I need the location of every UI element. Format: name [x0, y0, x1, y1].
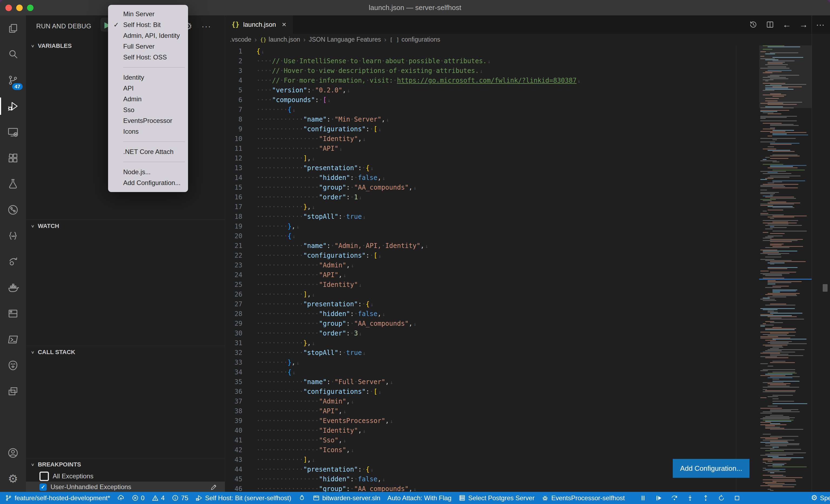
activity-item-live-share[interactable]	[0, 249, 26, 275]
menu-item-label: Full Server	[123, 43, 155, 50]
breakpoint-row[interactable]: ✓User-Unhandled Exceptions	[26, 481, 225, 492]
checkbox-checked[interactable]: ✓	[39, 483, 47, 491]
minimap[interactable]	[759, 45, 811, 492]
menu-item-min-server[interactable]: Min Server	[108, 9, 188, 20]
activity-item-powershell[interactable]	[0, 327, 26, 352]
code-area[interactable]: 1{↓2····//·Use·IntelliSense·to·learn·abo…	[225, 45, 759, 492]
breakpoint-label: All Exceptions	[53, 472, 94, 480]
editor-action-split-editor[interactable]	[765, 20, 775, 29]
minimize-window-button[interactable]	[16, 5, 23, 11]
activity-item-testing[interactable]	[0, 171, 26, 197]
menu-item-admin[interactable]: Admin	[108, 94, 188, 104]
chevron-down-icon: ∨	[31, 462, 35, 467]
status-auto-attach[interactable]: Auto Attach: With Flag	[387, 494, 451, 502]
line-number: 6	[225, 95, 242, 105]
status-branch[interactable]: feature/self-hosted-development*	[5, 494, 110, 502]
breakpoint-row[interactable]: All Exceptions	[26, 471, 225, 481]
line-number: 21	[225, 241, 242, 250]
activity-item-source-control[interactable]: 47	[0, 67, 26, 93]
zoom-window-button[interactable]	[27, 5, 33, 11]
menu-item-icons[interactable]: Icons	[108, 126, 188, 137]
menu-item-self-host-oss[interactable]: Self Host: OSS	[108, 52, 188, 63]
activity-item-copilot[interactable]	[0, 223, 26, 249]
activity-item-explorer[interactable]	[0, 15, 26, 41]
breadcrumb-item-launch-json[interactable]: {}launch.json	[260, 36, 300, 43]
tab-launch-json[interactable]: {} launch.json ×	[225, 15, 293, 34]
debug-restart-button[interactable]	[717, 494, 725, 502]
activity-item-remote-targets[interactable]	[0, 378, 26, 404]
section-header-breakpoints[interactable]: ∨BREAKPOINTS	[26, 458, 225, 471]
breadcrumb-item--vscode[interactable]: .vscode	[230, 36, 251, 43]
editor-action-timeline[interactable]	[748, 20, 758, 29]
code-line: 42················"Icons",↓	[225, 445, 759, 455]
code-line: 41················"Sso",↓	[225, 435, 759, 445]
scrollbar-handle[interactable]	[823, 284, 828, 292]
menu-item-api[interactable]: API	[108, 83, 188, 94]
minimap-slider[interactable]	[759, 45, 811, 108]
debug-stop-button[interactable]	[733, 494, 741, 502]
status-publish-changes[interactable]	[117, 494, 125, 502]
scm-changes-badge: 47	[12, 83, 23, 90]
activity-item-run-and-debug[interactable]	[0, 93, 26, 119]
activity-item-accounts[interactable]	[0, 440, 26, 466]
code-line: 31············},↓	[225, 338, 759, 348]
activity-item-gitlens[interactable]	[0, 197, 26, 223]
activity-item-remote-explorer[interactable]	[0, 119, 26, 145]
chevron-down-icon: ∨	[31, 224, 35, 228]
status-postgres-server[interactable]: Select Postgres Server	[458, 494, 535, 502]
line-number: 39	[225, 416, 242, 426]
status-hot-reload[interactable]	[298, 494, 306, 502]
menu-item-sso[interactable]: Sso	[108, 104, 188, 115]
debug-step-out-button[interactable]	[702, 494, 709, 502]
menu-item-full-server[interactable]: Full Server	[108, 41, 188, 52]
status-problems[interactable]: 0475	[132, 494, 188, 502]
add-configuration-button[interactable]: Add Configuration...	[673, 459, 749, 478]
activity-item-postgres[interactable]	[0, 352, 26, 378]
debug-pause-button[interactable]	[639, 494, 647, 502]
line-number: 42	[225, 445, 242, 455]
menu-item-self-host-bit[interactable]: ✓Self Host: Bit	[108, 20, 188, 30]
code-line: 24················"API",↓	[225, 270, 759, 280]
editor-action-go-forward[interactable]: →	[799, 20, 808, 29]
menu-item-net-core-attach[interactable]: .NET Core Attach	[108, 146, 188, 157]
section-header-call-stack[interactable]: ∨CALL STACK	[26, 346, 225, 359]
menu-item-eventsprocessor[interactable]: EventsProcessor	[108, 115, 188, 126]
activity-item-makefile-tools[interactable]	[0, 301, 26, 327]
activity-item-docker[interactable]	[0, 275, 26, 301]
code-line: 26············],↓	[225, 290, 759, 299]
menu-item-label: Admin, API, Identity	[123, 32, 180, 39]
postgres-icon	[7, 360, 19, 371]
menu-item-admin-api-identity[interactable]: Admin, API, Identity	[108, 30, 188, 41]
close-tab-icon[interactable]: ×	[282, 20, 286, 29]
checkbox-unchecked[interactable]	[39, 472, 49, 481]
line-number: 37	[225, 397, 242, 406]
editor-action-go-back[interactable]: ←	[782, 20, 792, 29]
line-number: 8	[225, 114, 242, 124]
views-more-actions-icon[interactable]: ···	[201, 22, 211, 31]
section-label: BREAKPOINTS	[38, 461, 81, 468]
breadcrumb-item-configurations[interactable]: [ ]configurations	[390, 36, 440, 43]
line-number: 14	[225, 173, 242, 182]
breakpoint-label: User-Unhandled Exceptions	[51, 483, 131, 491]
status-solution[interactable]: bitwarden-server.sln	[313, 494, 380, 502]
debug-step-over-button[interactable]	[671, 494, 678, 502]
breadcrumb-item-json-language-features[interactable]: JSON Language Features	[309, 36, 381, 43]
activity-item-extensions[interactable]	[0, 145, 26, 171]
section-header-watch[interactable]: ∨WATCH	[26, 220, 225, 232]
debug-step-into-button[interactable]	[686, 494, 694, 502]
breadcrumb-label: .vscode	[230, 36, 251, 43]
menu-item-add-configuration[interactable]: Add Configuration...	[108, 177, 188, 188]
menu-item-label: Node.js...	[123, 168, 151, 176]
menu-item-identity[interactable]: Identity	[108, 72, 188, 83]
editor-action-more-actions[interactable]: ···	[816, 20, 825, 29]
debug-continue-button[interactable]	[655, 494, 663, 502]
code-line: 37················"Admin",↓	[225, 397, 759, 406]
close-window-button[interactable]	[5, 5, 12, 11]
status-events-processor[interactable]: EventsProcessor-selfhost	[541, 494, 625, 502]
status-debug-configuration[interactable]: Self Host: Bit (server-selfhost)	[195, 494, 291, 502]
activity-item-search[interactable]	[0, 41, 26, 67]
edit-breakpoint-pencil-icon[interactable]	[210, 483, 218, 491]
activity-item-settings[interactable]: ⚙	[0, 466, 26, 492]
menu-item-node-js[interactable]: Node.js...	[108, 167, 188, 177]
status-spell[interactable]: ⚙Spell	[811, 494, 830, 502]
